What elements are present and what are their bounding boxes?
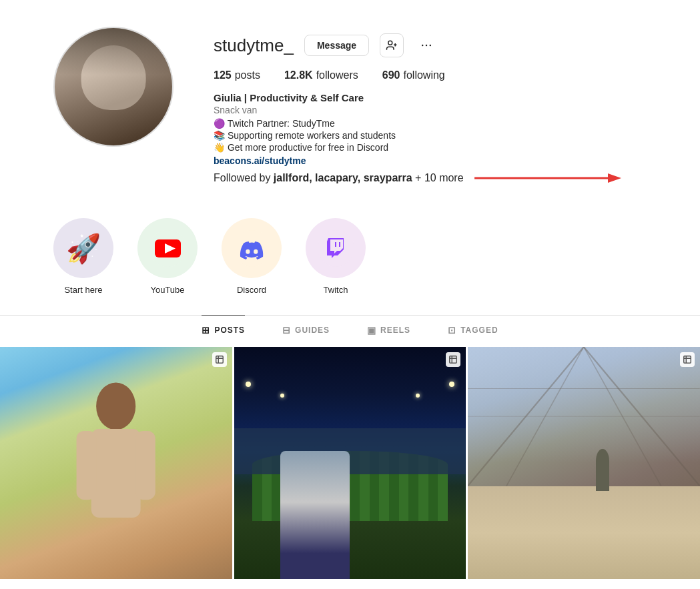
add-friend-button[interactable] <box>380 33 404 57</box>
followers-label: followers <box>316 69 358 81</box>
followed-more[interactable]: + 10 more <box>415 172 463 183</box>
svg-rect-14 <box>335 242 336 247</box>
following-label: following <box>404 69 445 81</box>
red-arrow-icon <box>474 171 621 185</box>
following-count: 690 <box>382 69 400 81</box>
bio-section: Giulia | Productivity & Self Care Snack … <box>214 92 647 166</box>
highlight-label-discord: Discord <box>237 285 266 295</box>
bio-line-2: 📚 Supporting remote workers and students <box>214 130 647 141</box>
highlight-circle-youtube <box>137 218 198 278</box>
highlight-twitch[interactable]: Twitch <box>306 218 366 295</box>
arrow-indicator <box>474 171 621 185</box>
more-icon <box>420 39 433 52</box>
bio-category: Snack van <box>214 105 647 115</box>
bio-line-3: 👋 Get more productive for free in Discor… <box>214 142 647 153</box>
guides-tab-icon: ⊟ <box>282 325 291 336</box>
followed-by-row: Followed by jallford, lacapary, srayparr… <box>214 171 647 185</box>
posts-stat[interactable]: 125 posts <box>214 69 260 81</box>
svg-rect-17 <box>77 431 97 500</box>
highlight-discord[interactable]: Discord <box>222 218 282 295</box>
multi-image-icon-3 <box>680 352 695 367</box>
discord-logo-icon <box>234 230 270 267</box>
tab-posts[interactable]: ⊞ POSTS <box>202 315 245 345</box>
highlight-circle-discord <box>222 218 282 278</box>
svg-rect-19 <box>216 356 223 364</box>
architecture-lines <box>468 347 700 486</box>
multi-image-icon-2 <box>446 352 460 367</box>
posts-tab-icon: ⊞ <box>202 325 210 336</box>
username: studytme_ <box>214 35 294 56</box>
svg-rect-18 <box>135 431 155 500</box>
posts-label: posts <box>235 69 260 81</box>
svg-rect-16 <box>91 429 141 518</box>
svg-rect-20 <box>450 356 457 364</box>
posts-count: 125 <box>214 69 232 81</box>
add-friend-icon <box>386 39 398 51</box>
svg-point-5 <box>430 45 432 47</box>
tab-guides[interactable]: ⊟ GUIDES <box>282 315 330 345</box>
person-silhouette <box>35 382 197 579</box>
profile-section: studytme_ Message <box>0 0 700 205</box>
svg-marker-7 <box>608 173 621 183</box>
followers-count: 12.8K <box>284 69 313 81</box>
profile-header-row: studytme_ Message <box>214 33 647 57</box>
highlight-label-start: Start here <box>64 285 102 295</box>
bio-name: Giulia | Productivity & Self Care <box>214 92 647 103</box>
avatar[interactable] <box>53 27 173 147</box>
following-stat[interactable]: 690 following <box>382 69 445 81</box>
highlight-label-twitch: Twitch <box>324 285 348 295</box>
highlight-start-here[interactable]: 🚀 Start here <box>53 218 113 295</box>
posts-grid <box>0 345 700 579</box>
followed-by-label: Followed by jallford, lacapary, srayparr… <box>214 172 464 184</box>
twitch-logo-icon <box>318 230 354 267</box>
svg-point-12 <box>318 230 354 267</box>
tagged-tab-icon: ⊡ <box>448 325 456 336</box>
svg-point-4 <box>426 45 428 47</box>
profile-info: studytme_ Message <box>214 27 647 185</box>
tab-guides-label: GUIDES <box>295 326 330 335</box>
tab-reels[interactable]: ▣ REELS <box>367 315 410 345</box>
youtube-logo-icon <box>149 230 186 267</box>
highlight-label-youtube: YouTube <box>150 285 184 295</box>
followers-stat[interactable]: 12.8K followers <box>284 69 358 81</box>
svg-point-3 <box>422 45 424 47</box>
multi-image-icon-1 <box>212 352 227 367</box>
bio-line-1: 🟣 Twitch Partner: StudyTme <box>214 118 647 129</box>
more-options-button[interactable] <box>414 33 438 57</box>
tab-posts-label: POSTS <box>214 326 245 335</box>
instagram-profile-page: studytme_ Message <box>0 0 700 589</box>
tab-tagged-label: TAGGED <box>460 326 498 335</box>
reels-tab-icon: ▣ <box>367 325 376 336</box>
tab-tagged[interactable]: ⊡ TAGGED <box>448 315 498 345</box>
svg-point-15 <box>96 383 135 430</box>
message-button[interactable]: Message <box>304 35 369 56</box>
post-item-1[interactable] <box>0 347 232 579</box>
post-item-3[interactable] <box>468 347 700 579</box>
bio-link[interactable]: beacons.ai/studytme <box>214 155 647 166</box>
highlight-circle-twitch <box>306 218 366 278</box>
svg-rect-21 <box>684 356 691 364</box>
tabs-section: ⊞ POSTS ⊟ GUIDES ▣ REELS ⊡ TAGGED <box>0 315 700 345</box>
highlight-youtube[interactable]: YouTube <box>137 218 198 295</box>
svg-rect-13 <box>339 242 340 247</box>
post-item-2[interactable] <box>234 347 466 579</box>
followed-names[interactable]: jallford, lacapary, srayparra <box>274 172 412 183</box>
highlight-circle-start: 🚀 <box>53 218 113 278</box>
svg-point-0 <box>388 41 392 45</box>
tab-reels-label: REELS <box>380 326 410 335</box>
stats-row: 125 posts 12.8K followers 690 following <box>214 69 647 81</box>
highlights-section: 🚀 Start here YouTube <box>0 205 700 315</box>
